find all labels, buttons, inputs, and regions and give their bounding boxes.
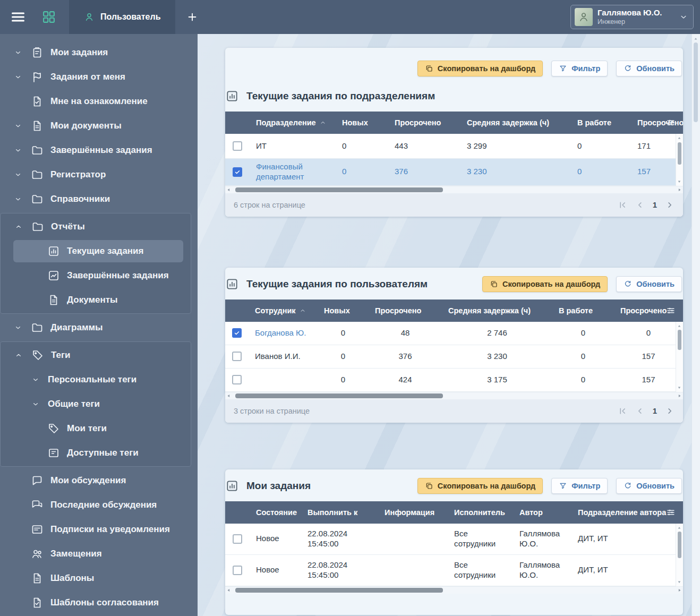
sidebar-item-tasks-from-me[interactable]: Задания от меня: [0, 65, 198, 89]
scroll-down-icon[interactable]: [677, 579, 682, 585]
table-row[interactable]: Иванов И.И. 0 376 3 230 0 157: [225, 345, 683, 369]
sidebar-item-completed-tasks[interactable]: Завершённые задания: [0, 138, 198, 162]
cell-employee-link[interactable]: Богданова Ю.: [249, 325, 318, 341]
scroll-down-icon[interactable]: [677, 385, 682, 390]
scroll-left-icon[interactable]: [226, 393, 232, 399]
column-header-avg-delay[interactable]: Средняя задержка (ч): [442, 306, 552, 315]
row-checkbox[interactable]: [233, 141, 242, 151]
scrollbar-thumb[interactable]: [678, 532, 681, 558]
column-header-in-progress[interactable]: В работе: [571, 118, 631, 127]
row-checkbox[interactable]: [233, 167, 242, 177]
scrollbar-thumb[interactable]: [235, 187, 443, 192]
column-settings-icon[interactable]: [666, 306, 676, 315]
row-checkbox[interactable]: [232, 352, 242, 361]
sidebar-item-approval-templates[interactable]: Шаблоны согласования: [0, 591, 198, 615]
filter-button[interactable]: Фильтр: [551, 478, 608, 494]
table-row[interactable]: 0 424 3 175 0 157: [225, 369, 683, 392]
sidebar-item-templates[interactable]: Шаблоны: [0, 566, 198, 591]
copy-to-dashboard-button[interactable]: Скопировать на дашборд: [417, 61, 543, 76]
column-header-new[interactable]: Новых: [336, 118, 388, 127]
column-settings-icon[interactable]: [666, 118, 676, 127]
column-header-avg-delay[interactable]: Средняя задержка (ч): [460, 118, 571, 127]
prev-page-button[interactable]: [635, 406, 645, 416]
column-header-executor[interactable]: Исполнитель: [448, 508, 513, 517]
page-scrollbar[interactable]: [692, 34, 700, 616]
column-header-state[interactable]: Состояние: [250, 508, 301, 517]
table-vertical-scrollbar[interactable]: [676, 524, 683, 586]
table-row[interactable]: Богданова Ю. 0 48 2 746 0 0: [225, 322, 683, 345]
scroll-left-icon[interactable]: [226, 587, 232, 593]
sidebar-item-my-tasks[interactable]: Мои задания: [0, 40, 198, 65]
add-tab-button[interactable]: [183, 11, 202, 23]
tab-user[interactable]: Пользователь: [69, 0, 175, 34]
next-page-button[interactable]: [665, 200, 675, 210]
sidebar-item-shared-tags[interactable]: Общие теги: [1, 392, 191, 416]
scroll-up-icon[interactable]: [677, 525, 682, 531]
table-horizontal-scrollbar[interactable]: [225, 586, 683, 594]
sidebar-item-for-review[interactable]: Мне на ознакомление: [0, 89, 198, 114]
scroll-right-icon[interactable]: [677, 393, 682, 399]
sidebar-item-available-tags[interactable]: Доступные теги: [1, 441, 191, 465]
sidebar-item-reports[interactable]: Отчёты: [1, 215, 191, 239]
table-row[interactable]: Новое 22.08.2024 15:45:00 Все сотрудники…: [225, 524, 683, 555]
table-vertical-scrollbar[interactable]: [676, 134, 683, 186]
hamburger-menu-button[interactable]: [7, 10, 29, 24]
sidebar-item-personal-tags[interactable]: Персональные теги: [1, 367, 191, 392]
scrollbar-thumb[interactable]: [235, 393, 443, 398]
scroll-up-icon[interactable]: [677, 135, 682, 141]
prev-page-button[interactable]: [635, 200, 645, 210]
sidebar-item-documents-report[interactable]: Документы: [1, 288, 191, 312]
table-horizontal-scrollbar[interactable]: [225, 392, 683, 399]
refresh-button[interactable]: Обновить: [616, 61, 682, 76]
sidebar-item-tags[interactable]: Теги: [1, 343, 191, 367]
sidebar-item-current-tasks-report[interactable]: Текущие задания: [13, 240, 183, 262]
cell-department-link[interactable]: Финансовый департамент: [250, 159, 336, 185]
table-row[interactable]: ИТ 0 443 3 299 0 171: [225, 134, 683, 159]
scrollbar-thumb[interactable]: [235, 588, 443, 593]
sidebar-item-registrar[interactable]: Регистратор: [0, 162, 198, 187]
column-header-info[interactable]: Информация: [378, 508, 448, 517]
scrollbar-thumb[interactable]: [694, 42, 698, 122]
sidebar-item-substitutions[interactable]: Замещения: [0, 542, 198, 566]
column-header-due[interactable]: Выполнить к: [301, 508, 378, 517]
sidebar-item-diagrams[interactable]: Диаграммы: [0, 315, 198, 340]
scroll-down-icon[interactable]: [677, 179, 682, 184]
scrollbar-thumb[interactable]: [678, 142, 681, 165]
table-horizontal-scrollbar[interactable]: [225, 186, 683, 193]
copy-to-dashboard-button[interactable]: Скопировать на дашборд: [482, 276, 608, 292]
column-header-overdue[interactable]: Просрочено: [369, 306, 442, 315]
refresh-button[interactable]: Обновить: [616, 478, 682, 494]
column-header-overdue[interactable]: Просрочено: [388, 118, 460, 127]
row-checkbox[interactable]: [233, 566, 242, 575]
row-checkbox[interactable]: [233, 534, 242, 544]
column-settings-icon[interactable]: [666, 508, 676, 517]
row-checkbox[interactable]: [232, 328, 242, 338]
scroll-up-icon[interactable]: [677, 323, 682, 329]
first-page-button[interactable]: [618, 200, 627, 210]
table-row[interactable]: Финансовый департамент 0 376 3 230 0 157: [225, 159, 683, 186]
sidebar-item-notification-subscriptions[interactable]: Подписки на уведомления: [0, 517, 198, 542]
sidebar-item-my-discussions[interactable]: Мои обсуждения: [0, 468, 198, 493]
sidebar-item-references[interactable]: Справочники: [0, 187, 198, 211]
dashboard-grid-button[interactable]: [37, 10, 61, 24]
sidebar-item-my-tags[interactable]: Мои теги: [1, 416, 191, 441]
row-checkbox[interactable]: [232, 375, 242, 384]
column-header-in-progress[interactable]: В работе: [552, 306, 614, 315]
column-header-employee[interactable]: Сотрудник: [249, 306, 318, 315]
column-header-new[interactable]: Новых: [318, 306, 369, 315]
first-page-button[interactable]: [618, 406, 627, 416]
scroll-right-icon[interactable]: [677, 187, 682, 193]
copy-to-dashboard-button[interactable]: Скопировать на дашборд: [417, 478, 543, 494]
refresh-button[interactable]: Обновить: [616, 276, 682, 292]
sidebar-item-recent-discussions[interactable]: Последние обсуждения: [0, 493, 198, 517]
next-page-button[interactable]: [665, 406, 675, 416]
table-vertical-scrollbar[interactable]: [676, 322, 683, 392]
filter-button[interactable]: Фильтр: [551, 61, 608, 76]
sidebar-item-completed-tasks-report[interactable]: Завершённые задания: [1, 263, 191, 288]
scroll-right-icon[interactable]: [677, 587, 682, 593]
column-header-author[interactable]: Автор: [513, 508, 571, 517]
user-menu[interactable]: Галлямова Ю.О. Инженер: [570, 5, 694, 29]
column-header-department[interactable]: Подразделение: [250, 118, 336, 127]
scroll-left-icon[interactable]: [226, 187, 232, 193]
scrollbar-thumb[interactable]: [678, 330, 681, 350]
